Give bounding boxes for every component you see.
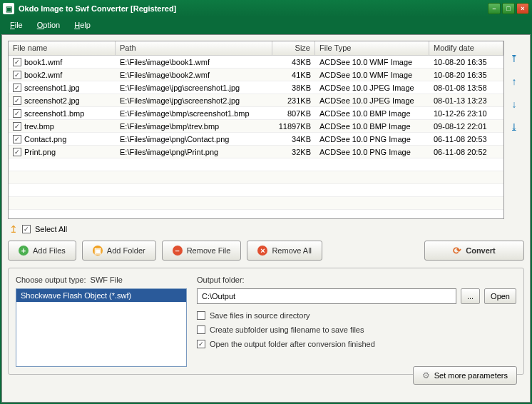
row-checkbox[interactable]: ✓ [13,135,21,143]
row-checkbox[interactable]: ✓ [13,109,21,118]
row-size: 41KB [272,69,315,81]
menubar: File Option Help [0,17,532,33]
move-top-icon[interactable]: ⤒ [508,52,521,65]
row-checkbox[interactable]: ✓ [13,84,21,92]
add-folder-button[interactable]: ▣Add Folder [82,241,156,261]
row-date: 10-12-26 23:10 [429,108,503,119]
menu-option[interactable]: Option [31,19,66,31]
folder-icon: ▣ [93,246,103,256]
row-type: ACDSee 10.0 JPEG Image [315,95,429,106]
file-list-header: File name Path Size File Type Modify dat… [9,41,503,56]
reorder-buttons: ⤒ ↑ ↓ ⤓ [504,41,524,219]
row-filename: trev.bmp [24,122,54,131]
row-date: 08-01-08 13:58 [429,82,503,94]
row-date: 08-01-13 13:23 [429,95,503,106]
row-filename: Print.png [24,148,56,156]
row-date: 06-11-08 20:52 [429,146,503,158]
row-size: 43KB [272,56,315,68]
opt-open-after-checkbox[interactable]: ✓ [197,340,205,348]
col-filetype[interactable]: File Type [315,41,429,55]
row-date: 10-08-20 16:35 [429,56,503,68]
row-type: ACDSee 10.0 PNG Image [315,146,429,158]
select-all-label: Select All [35,225,67,233]
output-type-label: Choose output type: SWF File [16,276,187,284]
row-type: ACDSee 10.0 PNG Image [315,133,429,145]
minus-icon: – [173,246,183,256]
row-path: E:\Files\image\jpg\screenshot2.jpg [116,95,272,106]
row-filename: book2.wmf [24,71,62,79]
row-path: E:\Files\image\book1.wmf [116,56,272,68]
row-type: ACDSee 10.0 WMF Image [315,69,429,81]
row-filename: screenshot1.jpg [24,84,80,92]
output-folder-input[interactable] [197,288,456,304]
row-path: E:\Files\image\jpg\screenshot1.jpg [116,82,272,94]
row-date: 10-08-20 16:35 [429,69,503,81]
select-all-checkbox[interactable]: ✓ [22,225,31,233]
row-checkbox[interactable]: ✓ [13,148,21,156]
output-type-list[interactable]: Shockwave Flash Object (*.swf) [16,288,187,367]
remove-all-button[interactable]: ×Remove All [247,241,322,261]
opt-save-source-checkbox[interactable] [197,311,205,320]
app-icon: ▣ [3,3,14,14]
window-title: Okdo Image to Swf Converter [Registered] [19,4,488,13]
row-path: E:\Files\image\bmp\trev.bmp [116,121,272,132]
table-row[interactable]: ✓screenshot2.jpgE:\Files\image\jpg\scree… [9,94,503,107]
row-checkbox[interactable]: ✓ [13,122,21,131]
remove-file-button[interactable]: –Remove File [162,241,242,261]
row-date: 06-11-08 20:53 [429,133,503,145]
row-path: E:\Files\image\png\Print.png [116,146,272,158]
menu-help[interactable]: Help [68,19,96,31]
row-path: E:\Files\image\bmp\screenshot1.bmp [116,108,272,119]
opt-subfolder-checkbox[interactable] [197,325,205,334]
row-date: 09-08-12 22:01 [429,121,503,132]
open-folder-button[interactable]: Open [484,288,516,304]
table-row-empty [9,210,503,218]
row-size: 38KB [272,82,315,94]
row-filename: screenshot2.jpg [24,96,80,105]
move-up-icon[interactable]: ↑ [508,75,521,88]
table-row[interactable]: ✓Contact.pngE:\Files\image\png\Contact.p… [9,133,503,146]
up-folder-icon[interactable]: ↥ [9,223,18,235]
row-size: 807KB [272,108,315,119]
table-row[interactable]: ✓book2.wmfE:\Files\image\book2.wmf41KBAC… [9,69,503,81]
table-row-empty [9,184,503,197]
col-path[interactable]: Path [116,41,272,55]
convert-button[interactable]: ⟳Convert [424,241,524,261]
close-button[interactable]: × [516,3,529,14]
opt-open-after-label: Open the output folder after conversion … [210,340,375,348]
convert-icon: ⟳ [453,245,461,256]
content-area: File name Path Size File Type Modify dat… [1,34,531,403]
row-type: ACDSee 10.0 WMF Image [315,56,429,68]
row-type: ACDSee 10.0 BMP Image [315,121,429,132]
add-files-button[interactable]: +Add Files [8,241,76,261]
row-checkbox[interactable]: ✓ [13,96,21,105]
set-more-parameters-button[interactable]: ⚙Set more parameters [413,366,517,385]
row-filename: screenshot1.bmp [24,109,84,118]
row-size: 32KB [272,146,315,158]
menu-file[interactable]: File [4,19,29,31]
row-checkbox[interactable]: ✓ [13,71,21,79]
row-filename: book1.wmf [24,58,62,66]
browse-button[interactable]: ... [461,288,480,304]
output-type-item[interactable]: Shockwave Flash Object (*.swf) [16,289,186,302]
file-list-body: ✓book1.wmfE:\Files\image\book1.wmf43KBAC… [9,56,503,218]
row-path: E:\Files\image\book2.wmf [116,69,272,81]
table-row[interactable]: ✓Print.pngE:\Files\image\png\Print.png32… [9,146,503,158]
col-filename[interactable]: File name [9,41,116,55]
col-modifydate[interactable]: Modify date [429,41,503,55]
row-size: 11897KB [272,121,315,132]
table-row[interactable]: ✓screenshot1.jpgE:\Files\image\jpg\scree… [9,81,503,94]
table-row[interactable]: ✓trev.bmpE:\Files\image\bmp\trev.bmp1189… [9,120,503,133]
table-row[interactable]: ✓book1.wmfE:\Files\image\book1.wmf43KBAC… [9,56,503,69]
move-down-icon[interactable]: ↓ [508,98,521,111]
maximize-button[interactable]: □ [502,3,515,14]
titlebar: ▣ Okdo Image to Swf Converter [Registere… [0,0,532,17]
row-checkbox[interactable]: ✓ [13,58,21,66]
opt-save-source-label: Save files in source directory [210,311,310,320]
output-folder-label: Output folder: [197,276,516,284]
x-icon: × [257,246,267,256]
col-size[interactable]: Size [272,41,315,55]
table-row[interactable]: ✓screenshot1.bmpE:\Files\image\bmp\scree… [9,107,503,120]
move-bottom-icon[interactable]: ⤓ [508,121,521,133]
minimize-button[interactable]: – [488,3,501,14]
